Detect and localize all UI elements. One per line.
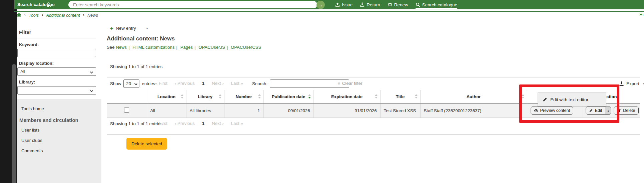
link-opacusercss[interactable]: OPACUserCSS xyxy=(231,45,261,50)
row-expiration-date: 31/01/2026 xyxy=(313,104,380,118)
chevron-down-icon xyxy=(90,70,93,73)
row-location: All xyxy=(147,104,186,118)
breadcrumb-separator: › xyxy=(42,13,43,17)
plus-icon: + xyxy=(110,25,113,31)
breadcrumb: › Tools › Additional content › News xyxy=(17,12,98,18)
delete-selected-button[interactable]: Delete selected xyxy=(126,138,167,150)
sort-icon xyxy=(181,94,183,99)
column-number[interactable]: Number xyxy=(224,90,263,104)
home-icon[interactable] xyxy=(17,13,21,17)
sort-desc-icon xyxy=(308,94,311,99)
display-location-value: All xyxy=(20,69,25,74)
pagination-next[interactable]: Next › xyxy=(212,121,223,126)
column-location[interactable]: Location xyxy=(147,90,186,104)
link-separator: | xyxy=(194,45,195,50)
pencil-icon xyxy=(543,97,547,102)
link-pages[interactable]: Pages xyxy=(180,45,193,50)
edit-dropdown-menu: Edit with text editor xyxy=(538,93,606,107)
chevron-down-icon xyxy=(90,89,93,92)
sort-icon xyxy=(258,94,261,99)
sort-icon xyxy=(522,94,524,99)
clear-filter-button[interactable]: × Clear filter xyxy=(338,81,362,86)
breadcrumb-separator: › xyxy=(83,13,84,17)
delete-button[interactable]: Delete xyxy=(614,107,638,115)
table-info-bottom: Showing 1 to 1 of 1 entries xyxy=(110,121,162,126)
breadcrumb-separator: › xyxy=(24,13,26,17)
row-select-cell xyxy=(107,104,147,118)
sidebar-menu: Tools home Members and circulation User … xyxy=(17,99,101,183)
column-select xyxy=(107,90,147,104)
page-length-control: Show 20 entries xyxy=(110,79,155,88)
pagination-bottom: « First ‹ Previous 1 Next › Last » xyxy=(155,121,243,126)
trash-icon xyxy=(617,109,621,113)
content-divider xyxy=(107,134,640,135)
filter-title: Filter xyxy=(17,29,96,38)
new-entry-dropdown-toggle[interactable]: ▾ xyxy=(146,27,148,30)
sidebar-item-comments[interactable]: Comments xyxy=(17,146,101,156)
entries-label: entries xyxy=(142,81,155,86)
keyword-label: Keyword: xyxy=(19,42,96,47)
edit-label: Edit xyxy=(595,108,602,113)
sidebar-item-user-clubs[interactable]: User clubs xyxy=(17,135,101,146)
column-title[interactable]: Title xyxy=(380,90,420,104)
delete-label: Delete xyxy=(623,108,635,113)
table-search-label: Search: xyxy=(252,81,267,86)
export-download-icon xyxy=(619,81,624,86)
export-button[interactable]: Export ▼ xyxy=(619,81,644,86)
show-label: Show xyxy=(110,81,121,86)
sidebar-section-members-circulation: Members and circulation xyxy=(17,114,101,125)
row-title: Test Stored XSS xyxy=(380,104,420,118)
sort-icon xyxy=(219,94,221,99)
left-scrollbar-thumb[interactable] xyxy=(12,64,16,183)
link-html-customizations[interactable]: HTML customizations xyxy=(132,45,174,50)
column-publication-date[interactable]: Publication date xyxy=(263,90,313,104)
display-location-select[interactable]: All xyxy=(17,67,96,76)
pagination-last[interactable]: Last » xyxy=(231,81,243,86)
link-news[interactable]: News xyxy=(116,45,127,50)
row-library: All libraries xyxy=(186,104,224,118)
column-expiration-date[interactable]: Expiration date xyxy=(313,90,380,104)
breadcrumb-additional-content[interactable]: Additional content xyxy=(46,13,80,18)
breadcrumb-tools[interactable]: Tools xyxy=(29,13,39,18)
see-prefix: See xyxy=(107,45,114,50)
pagination-top: « First ‹ Previous 1 Next › Last » xyxy=(155,81,243,86)
edit-split-button: Edit ▴ xyxy=(586,107,612,115)
pagination-last[interactable]: Last » xyxy=(231,121,243,126)
sidebar-item-tools-home[interactable]: Tools home xyxy=(17,104,101,114)
link-separator: | xyxy=(128,45,129,50)
pagination-page-1[interactable]: 1 xyxy=(202,81,204,86)
column-author[interactable]: Author xyxy=(420,90,527,104)
pagination-previous[interactable]: ‹ Previous xyxy=(175,81,195,86)
pagination-first[interactable]: « First xyxy=(155,121,167,126)
koha-staff-interface: Search catalogue → Issue Return xyxy=(0,0,644,183)
row-checkbox[interactable] xyxy=(124,108,129,113)
preview-content-label: Preview content xyxy=(540,108,570,113)
sidebar-item-user-lists[interactable]: User lists xyxy=(17,125,101,135)
edit-dropdown-toggle[interactable]: ▴ xyxy=(605,107,611,115)
clear-filter-label: Clear filter xyxy=(342,81,363,86)
row-author: Staff Staff (23529001223637) xyxy=(420,104,527,118)
pagination-page-1[interactable]: 1 xyxy=(202,121,204,126)
filter-panel: Filter Keyword: Display location: All Li… xyxy=(17,29,96,104)
pencil-icon xyxy=(589,109,593,113)
edit-with-text-editor-item[interactable]: Edit with text editor xyxy=(550,97,588,102)
link-opacuserjs[interactable]: OPACUserJS xyxy=(198,45,225,50)
new-entry-button[interactable]: + New entry ▾ xyxy=(110,25,148,31)
pagination-previous[interactable]: ‹ Previous xyxy=(175,121,195,126)
keyword-input[interactable] xyxy=(17,49,96,57)
library-select[interactable] xyxy=(17,86,96,95)
pagination-first[interactable]: « First xyxy=(155,81,167,86)
eye-icon xyxy=(534,109,538,113)
table-wrapper-divider xyxy=(107,77,640,77)
page-length-select[interactable]: 20 xyxy=(123,79,139,88)
edit-button[interactable]: Edit xyxy=(586,107,606,115)
column-library[interactable]: Library xyxy=(186,90,224,104)
preview-content-button[interactable]: Preview content xyxy=(531,107,574,115)
main-content: + New entry ▾ Additional content: News S… xyxy=(107,0,644,183)
row-number: 1 xyxy=(224,104,263,118)
see-links: See News| HTML customizations| Pages| OP… xyxy=(107,45,261,50)
pagination-next[interactable]: Next › xyxy=(212,81,223,86)
page-title: Additional content: News xyxy=(107,35,175,42)
sort-icon xyxy=(415,94,418,99)
clear-icon: × xyxy=(338,81,341,86)
